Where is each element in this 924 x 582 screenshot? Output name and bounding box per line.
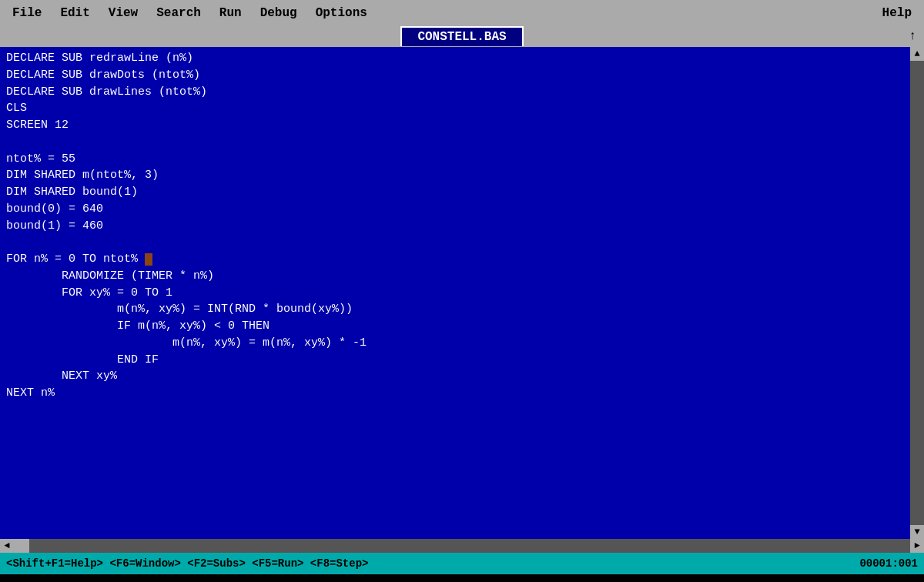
up-arrow-icon[interactable]: ↑ [909, 29, 916, 43]
status-bar: <Shift+F1=Help> <F6=Window> <F2=Subs> <F… [0, 553, 924, 574]
menu-run[interactable]: Run [210, 3, 251, 23]
text-cursor [145, 253, 152, 266]
scroll-thumb[interactable] [14, 539, 29, 553]
scroll-indicator: ↑ [909, 29, 916, 43]
menu-edit[interactable]: Edit [51, 3, 99, 23]
h-scroll-track[interactable] [29, 539, 910, 553]
menu-debug[interactable]: Debug [251, 3, 306, 23]
scroll-track[interactable] [910, 61, 924, 525]
menu-help[interactable]: Help [873, 3, 921, 23]
menu-bar: File Edit View Search Run Debug Options … [0, 0, 924, 25]
scroll-right-button[interactable]: ► [910, 539, 924, 553]
status-keys: <Shift+F1=Help> <F6=Window> <F2=Subs> <F… [6, 557, 368, 570]
menu-view[interactable]: View [99, 3, 147, 23]
code-content[interactable]: DECLARE SUB redrawLine (n%) DECLARE SUB … [0, 47, 910, 539]
vertical-scrollbar[interactable]: ▲ ▼ [910, 47, 924, 539]
scroll-left-button[interactable]: ◄ [0, 539, 14, 553]
title-bar: CONSTELL.BAS ↑ [0, 25, 924, 47]
horizontal-scrollbar[interactable]: ◄ ► [0, 539, 924, 553]
scroll-up-button[interactable]: ▲ [910, 47, 924, 61]
menu-options[interactable]: Options [306, 3, 377, 23]
menu-file[interactable]: File [3, 3, 51, 23]
scroll-down-button[interactable]: ▼ [910, 525, 924, 539]
code-area: DECLARE SUB redrawLine (n%) DECLARE SUB … [0, 47, 924, 539]
cursor-position: 00001:001 [859, 557, 918, 570]
menu-search[interactable]: Search [147, 3, 210, 23]
file-tab[interactable]: CONSTELL.BAS [400, 26, 523, 46]
